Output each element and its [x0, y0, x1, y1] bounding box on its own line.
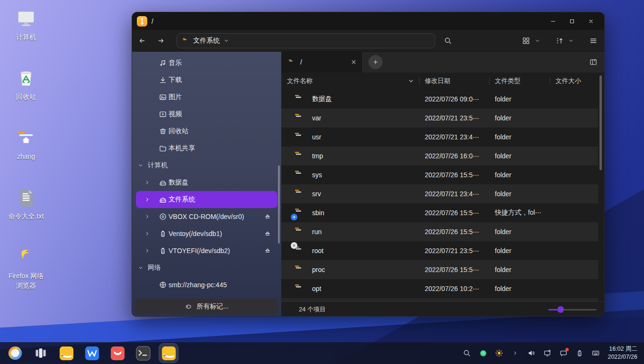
desktop-icon-trash[interactable]: 回收站	[0, 68, 52, 101]
list-scrollbar[interactable]	[599, 75, 602, 170]
column-name[interactable]: 文件名称	[281, 73, 419, 90]
sidebar-group-网络[interactable]: 网络	[132, 259, 281, 276]
dock-terminal[interactable]	[134, 344, 152, 363]
breadcrumb[interactable]: 文件系统	[193, 36, 220, 45]
tray-onboard-keyboard-icon[interactable]	[591, 349, 600, 357]
tray-volume-icon[interactable]	[527, 349, 536, 357]
chevron-right-icon[interactable]	[143, 180, 151, 185]
file-row-root[interactable]: root2022/07/21 23:5⋯folder	[281, 241, 598, 260]
tray-expand-icon[interactable]	[511, 349, 519, 357]
tab-bar: /	[281, 52, 604, 73]
sidebar-item-VTOYEFI(/dev/sdb2)[interactable]: VTOYEFI(/dev/sdb2)	[136, 242, 277, 259]
sidebar-item-数据盘[interactable]: 数据盘	[136, 174, 277, 191]
all-tags-button[interactable]: 所有标记...	[135, 299, 278, 314]
usb-icon	[155, 246, 163, 255]
sidebar-item-下载[interactable]: 下载	[136, 72, 277, 89]
sidebar-item-回收站[interactable]: 回收站	[136, 123, 277, 140]
sort-direction-icon[interactable]	[408, 78, 414, 84]
sidebar-item-label: 图片	[169, 93, 182, 101]
icon-size-slider[interactable]	[548, 306, 597, 313]
sidebar-group-计算机[interactable]: 计算机	[132, 157, 281, 174]
tab-root[interactable]: /	[281, 52, 363, 73]
sidebar-item-VBOX CD-ROM(/dev/sr0)[interactable]: VBOX CD-ROM(/dev/sr0)	[136, 208, 277, 225]
sidebar-item-Ventoy(/dev/sdb1)[interactable]: Ventoy(/dev/sdb1)	[136, 225, 277, 242]
tray-brightness-icon[interactable]	[495, 349, 503, 357]
file-row-run[interactable]: run2022/07/26 15:5⋯folder	[281, 222, 598, 241]
file-row-sbin[interactable]: sbin2022/07/26 15:5⋯快捷方式，fol⋯	[281, 203, 598, 222]
chevron-right-icon[interactable]	[143, 231, 151, 237]
tray-search-icon[interactable]	[463, 349, 471, 357]
slider-knob[interactable]	[557, 306, 564, 313]
dock-multitasking-view[interactable]	[31, 344, 50, 363]
chevron-right-icon[interactable]	[143, 214, 151, 219]
file-name-cell: sbin	[281, 207, 419, 219]
back-button[interactable]	[136, 35, 148, 47]
desktop-icon-label: Firefox 网络 浏览器	[0, 271, 52, 291]
search-button[interactable]	[442, 35, 454, 46]
chevron-down-icon[interactable]	[224, 38, 229, 44]
file-name-cell: tmp	[281, 150, 419, 162]
sidebar-item-本机共享[interactable]: 本机共享	[136, 140, 277, 157]
eject-icon[interactable]	[263, 229, 272, 238]
dock-file-manager-active[interactable]	[159, 344, 178, 363]
view-mode-chevron-icon[interactable]	[535, 38, 540, 44]
tray-usb-icon[interactable]	[575, 349, 584, 357]
detail-panel-toggle-icon[interactable]	[589, 58, 598, 66]
sidebar-item-smb://zhang-pc:445[interactable]: smb://zhang-pc:445	[136, 276, 277, 293]
menu-icon[interactable]	[589, 36, 598, 45]
chevron-down-icon[interactable]	[137, 265, 144, 271]
eject-icon[interactable]	[263, 212, 272, 221]
view-mode-icon[interactable]	[522, 36, 530, 45]
file-row-partial[interactable]	[281, 298, 598, 301]
desktop-icon-home-folder[interactable]: zhang	[0, 128, 52, 161]
desktop-icon-text-file[interactable]: 命令大全.txt	[0, 188, 52, 221]
maximize-button[interactable]	[563, 14, 581, 28]
file-row-var[interactable]: var2022/07/21 23:5⋯folder	[281, 109, 598, 127]
chevron-down-icon[interactable]	[137, 163, 144, 168]
sidebar-item-图片[interactable]: 图片	[136, 89, 277, 106]
tab-close-icon[interactable]	[350, 58, 358, 66]
file-row-opt[interactable]: opt2022/07/26 10:2⋯folder	[281, 279, 598, 298]
folder-icon	[294, 169, 306, 181]
file-row-tmp[interactable]: tmp2022/07/26 16:0⋯folder	[281, 146, 598, 165]
column-date[interactable]: 修改日期	[419, 73, 489, 90]
tray-notification-icon[interactable]	[559, 349, 568, 357]
minimize-button[interactable]	[544, 14, 563, 28]
sort-icon[interactable]	[555, 36, 564, 45]
computer-icon	[16, 9, 36, 29]
sidebar-item-音乐[interactable]: 音乐	[136, 55, 277, 72]
dock-app-store[interactable]	[108, 344, 127, 363]
file-date: 2022/07/26 15:5⋯	[419, 266, 489, 273]
dock-wps-office[interactable]	[82, 344, 101, 363]
tray-safety-center-icon[interactable]	[479, 349, 487, 357]
sidebar-item-文件系统[interactable]: 文件系统	[136, 191, 277, 208]
file-type: folder	[489, 133, 550, 141]
column-type[interactable]: 文件类型	[489, 73, 550, 90]
chevron-right-icon[interactable]	[143, 248, 151, 254]
music-icon	[155, 59, 163, 67]
file-row-srv[interactable]: srv2022/07/21 23:4⋯folder	[281, 184, 598, 203]
tray-display-icon[interactable]	[543, 349, 552, 357]
address-bar[interactable]: 文件系统	[177, 33, 435, 48]
desktop-icon-firefox[interactable]: Firefox 网络 浏览器	[0, 247, 52, 291]
dock-file-manager[interactable]	[57, 344, 76, 363]
forward-button[interactable]	[155, 35, 167, 47]
chevron-right-icon[interactable]	[143, 197, 151, 202]
eject-icon[interactable]	[263, 246, 272, 255]
file-row-proc[interactable]: proc2022/07/26 15:5⋯folder	[281, 260, 598, 279]
sidebar-scrollbar[interactable]	[278, 165, 280, 244]
sidebar-item-视频[interactable]: 视频	[136, 106, 277, 123]
file-row-usr[interactable]: usr2022/07/21 23:4⋯folder	[281, 127, 598, 146]
sidebar-group-label: 计算机	[148, 161, 168, 170]
notification-badge	[565, 348, 569, 351]
new-tab-button[interactable]	[368, 55, 383, 69]
file-row-数据盘[interactable]: 数据盘2022/07/26 09:0⋯folder	[281, 90, 598, 109]
dock-launcher[interactable]	[6, 344, 25, 363]
close-button[interactable]	[581, 14, 600, 28]
file-row-sys[interactable]: sys2022/07/26 15:5⋯folder	[281, 165, 598, 184]
sort-chevron-icon[interactable]	[568, 38, 574, 44]
taskbar-clock[interactable]: 16:02 周二 2022/07/26	[608, 345, 637, 361]
column-size[interactable]: 文件大小	[550, 73, 604, 90]
titlebar[interactable]: /	[132, 12, 604, 30]
desktop-icon-computer[interactable]: 计算机	[0, 9, 52, 42]
